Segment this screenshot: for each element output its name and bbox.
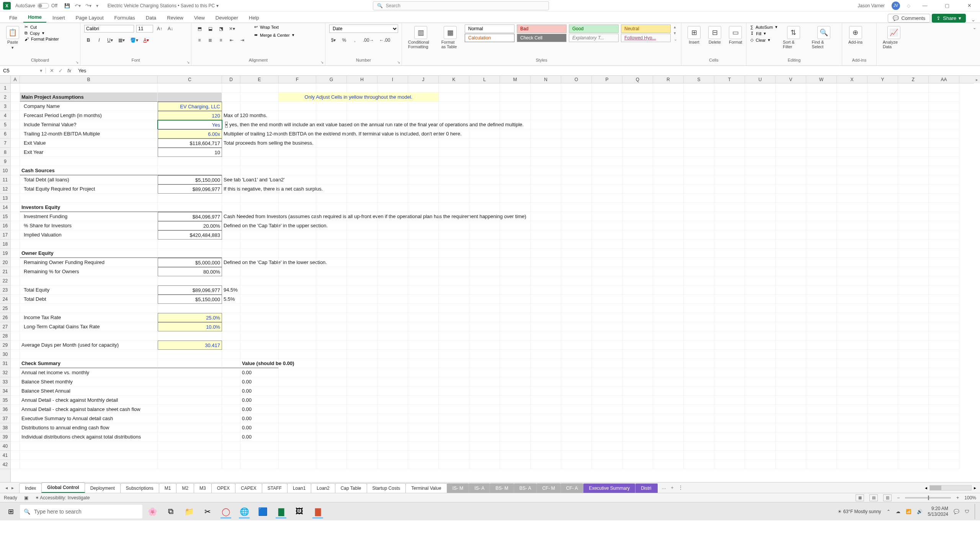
cell[interactable] xyxy=(20,350,158,359)
cell[interactable] xyxy=(11,240,20,249)
cell[interactable] xyxy=(561,396,592,405)
cell[interactable] xyxy=(222,442,240,451)
cell[interactable] xyxy=(377,414,408,423)
cell[interactable] xyxy=(439,139,469,148)
cell[interactable] xyxy=(500,331,531,341)
cell[interactable] xyxy=(622,194,653,203)
cell[interactable] xyxy=(653,341,684,350)
cell[interactable] xyxy=(714,203,745,212)
col-header-I[interactable]: I xyxy=(377,76,408,83)
cell[interactable] xyxy=(898,405,929,414)
cell[interactable] xyxy=(745,423,776,432)
cell[interactable] xyxy=(745,396,776,405)
cell[interactable] xyxy=(11,166,20,175)
row-header-40[interactable]: 40 xyxy=(0,442,11,451)
cell[interactable] xyxy=(408,405,439,414)
cell[interactable] xyxy=(653,396,684,405)
select-all-corner[interactable] xyxy=(0,76,10,83)
cell[interactable] xyxy=(158,276,222,285)
conditional-formatting-button[interactable]: ▥Conditional Formatting xyxy=(406,24,436,51)
cell[interactable] xyxy=(158,249,222,258)
cell[interactable] xyxy=(316,249,347,258)
cell[interactable] xyxy=(561,221,592,230)
cell[interactable] xyxy=(929,221,959,230)
cell[interactable] xyxy=(531,313,561,322)
cell[interactable] xyxy=(316,359,347,368)
cell[interactable] xyxy=(653,350,684,359)
cell[interactable] xyxy=(377,184,408,194)
cell[interactable] xyxy=(222,240,240,249)
cell[interactable] xyxy=(469,368,500,377)
cell[interactable] xyxy=(439,93,469,102)
cell[interactable] xyxy=(776,102,806,111)
cell[interactable] xyxy=(531,139,561,148)
cell[interactable] xyxy=(592,230,622,240)
cell[interactable] xyxy=(898,442,929,451)
cell[interactable] xyxy=(240,249,279,258)
cell[interactable]: Total Equity xyxy=(20,285,158,295)
sheet-tab-m3[interactable]: M3 xyxy=(194,483,212,493)
cell[interactable] xyxy=(469,175,500,184)
cell[interactable] xyxy=(316,267,347,276)
cell[interactable] xyxy=(377,442,408,451)
cell[interactable] xyxy=(377,386,408,396)
cell[interactable] xyxy=(439,230,469,240)
cell[interactable] xyxy=(408,194,439,203)
row-header-41[interactable]: 41 xyxy=(0,451,11,460)
cell[interactable] xyxy=(929,359,959,368)
cell[interactable] xyxy=(592,258,622,267)
cell[interactable] xyxy=(531,377,561,386)
cell[interactable] xyxy=(898,157,929,166)
row-header-7[interactable]: 7 xyxy=(0,139,11,148)
tab-help[interactable]: Help xyxy=(244,13,264,23)
cell[interactable] xyxy=(222,414,240,423)
cell[interactable] xyxy=(745,304,776,313)
cell[interactable] xyxy=(11,148,20,157)
cell[interactable] xyxy=(240,451,279,460)
cell[interactable] xyxy=(592,414,622,423)
cell[interactable] xyxy=(653,184,684,194)
row-header-38[interactable]: 38 xyxy=(0,423,11,432)
cell[interactable] xyxy=(776,460,806,469)
cell[interactable] xyxy=(561,386,592,396)
cell[interactable] xyxy=(377,359,408,368)
style-followed-hyperlink[interactable]: Followed Hyp... xyxy=(621,34,671,42)
cell[interactable] xyxy=(837,313,867,322)
cell[interactable] xyxy=(622,295,653,304)
cell[interactable] xyxy=(439,276,469,285)
tab-insert[interactable]: Insert xyxy=(48,13,70,23)
cell[interactable] xyxy=(622,442,653,451)
cell[interactable] xyxy=(745,175,776,184)
cell[interactable] xyxy=(561,139,592,148)
cell[interactable] xyxy=(377,451,408,460)
cell[interactable]: $5,150,000 xyxy=(158,175,222,184)
cell[interactable] xyxy=(622,139,653,148)
cell[interactable] xyxy=(929,240,959,249)
cell[interactable] xyxy=(408,212,439,221)
cell[interactable] xyxy=(592,194,622,203)
cell[interactable]: Value (should be 0.00) xyxy=(240,359,279,368)
cell[interactable] xyxy=(592,111,622,120)
cell[interactable] xyxy=(561,405,592,414)
cell[interactable] xyxy=(714,230,745,240)
cell[interactable] xyxy=(837,350,867,359)
cell[interactable] xyxy=(622,276,653,285)
cell[interactable] xyxy=(11,93,20,102)
cell[interactable] xyxy=(684,276,714,285)
merge-center-button[interactable]: ⬌Merge & Center▾ xyxy=(254,33,294,37)
cell[interactable] xyxy=(408,285,439,295)
cell[interactable] xyxy=(653,102,684,111)
cell[interactable] xyxy=(469,396,500,405)
cell[interactable] xyxy=(500,240,531,249)
cell[interactable] xyxy=(222,166,240,175)
cell[interactable]: ▾ yes, then the end month will include a… xyxy=(222,120,240,129)
cell[interactable] xyxy=(347,166,377,175)
cell[interactable] xyxy=(316,460,347,469)
cell[interactable] xyxy=(653,129,684,139)
new-sheet-icon[interactable]: ＋ xyxy=(670,485,675,490)
cell[interactable] xyxy=(898,148,929,157)
cell[interactable] xyxy=(929,249,959,258)
sheet-tab-executive-summary[interactable]: Executive Summary xyxy=(583,483,635,493)
notifications-icon[interactable]: 💬 xyxy=(954,509,959,514)
cell[interactable] xyxy=(158,396,222,405)
